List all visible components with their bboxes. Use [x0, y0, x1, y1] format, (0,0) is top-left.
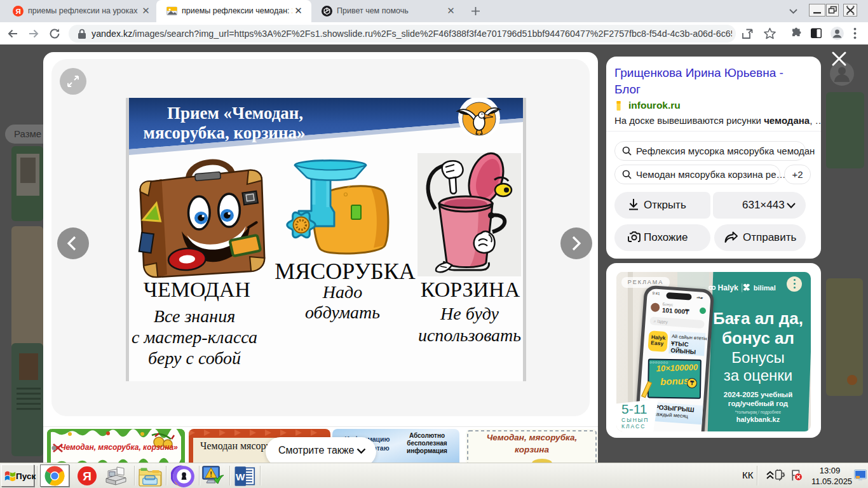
svg-text:Абсолютно: Абсолютно: [409, 432, 445, 439]
svg-text:корзина: корзина: [515, 445, 549, 454]
svg-text:обдумать: обдумать: [305, 302, 380, 322]
svg-text:ЧЕМОДАН: ЧЕМОДАН: [144, 278, 250, 301]
svg-text:Чемодан мясору: Чемодан мясору: [200, 440, 271, 452]
svg-text:Все знания: Все знания: [154, 306, 235, 326]
svg-text:использовать: использовать: [418, 325, 521, 345]
svg-text:КОРЗИНА: КОРЗИНА: [421, 278, 520, 301]
svg-text:!: !: [210, 470, 212, 478]
svg-text:бесполезная: бесполезная: [407, 440, 447, 447]
svg-text:W: W: [236, 471, 245, 482]
svg-text:Я: Я: [16, 8, 21, 15]
svg-text:Не буду: Не буду: [440, 304, 499, 323]
svg-text:МЯСОРУБКА: МЯСОРУБКА: [275, 259, 415, 284]
svg-text:беру с собой: беру с собой: [148, 348, 241, 368]
svg-text:bilimal: bilimal: [754, 284, 776, 292]
svg-text:мясорубка, корзина»: мясорубка, корзина»: [144, 123, 306, 142]
svg-text:Чемодан, мясорубка,: Чемодан, мясорубка,: [487, 433, 578, 442]
svg-text:«Чемодан, мясорубка, корзина»: «Чемодан, мясорубка, корзина»: [56, 443, 178, 452]
svg-text:информация: информация: [407, 447, 447, 454]
svg-text:с мастер-класса: с мастер-класса: [132, 327, 257, 347]
svg-text:Прием «Чемодан,: Прием «Чемодан,: [167, 104, 303, 123]
svg-text:Halyk: Halyk: [717, 283, 738, 292]
svg-text:Надо: Надо: [322, 282, 362, 302]
svg-text:Я: Я: [83, 470, 92, 483]
